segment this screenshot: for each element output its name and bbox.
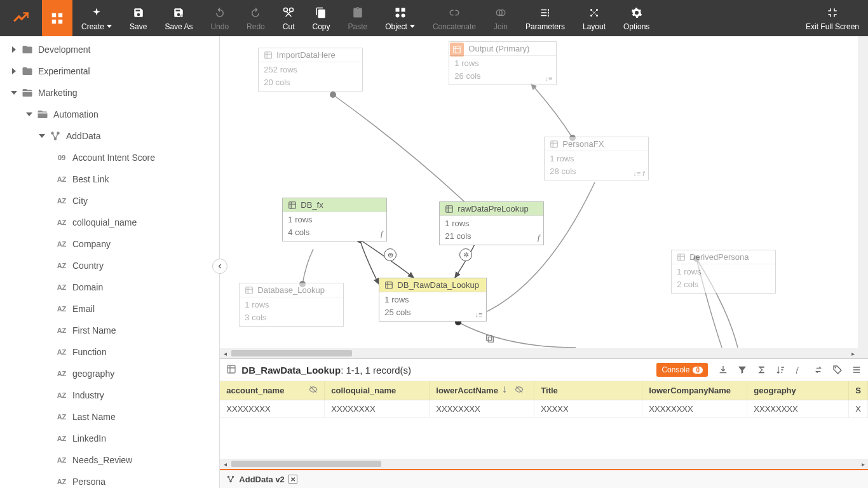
canvas-scrollbar-horizontal[interactable]: ◂ ▸	[220, 348, 858, 358]
tree-folder-marketing[interactable]: Marketing	[0, 82, 219, 104]
layout-button[interactable]: Layout	[574, 0, 614, 36]
tree-field-item[interactable]: AZCompany	[0, 233, 219, 255]
tree-label: Automation	[53, 109, 98, 119]
node-rows: 252 rows	[264, 64, 357, 76]
save-as-button[interactable]: Save As	[156, 0, 201, 36]
tree-item-adddata[interactable]: AddData	[0, 125, 219, 147]
node-title: DB_RawData_Lookup	[397, 280, 479, 290]
cell: XXXXX	[534, 400, 642, 417]
field-type-badge: AZ	[55, 283, 69, 291]
tree-field-item[interactable]: AZDomain	[0, 276, 219, 298]
copy-button[interactable]: Copy	[303, 0, 339, 36]
grid-row[interactable]: XXXXXXXX XXXXXXXX XXXXXXXX XXXXX XXXXXXX…	[220, 400, 868, 418]
tree-field-item[interactable]: AZCity	[0, 190, 219, 212]
console-button[interactable]: Console0	[656, 363, 708, 377]
close-tab-button[interactable]: ✕	[288, 475, 297, 484]
scrollbar-thumb[interactable]	[231, 461, 381, 467]
sort-icon[interactable]	[502, 385, 511, 396]
tree-field-item[interactable]: AZPersona	[0, 471, 219, 488]
scroll-left-icon[interactable]: ◂	[220, 459, 230, 469]
sort-icon[interactable]	[775, 365, 785, 375]
tree-folder-development[interactable]: Development	[0, 39, 219, 60]
tree-field-item[interactable]: AZBest Link	[0, 168, 219, 190]
node-cols: 21 cols	[445, 230, 538, 243]
node-output[interactable]: Output (Primary) 1 rows26 cols↓≡	[449, 41, 557, 85]
eye-off-icon[interactable]	[309, 385, 318, 396]
tree-field-item[interactable]: AZLinkedIn	[0, 428, 219, 449]
exit-fullscreen-button[interactable]: Exit Full Screen	[797, 0, 868, 36]
tree-field-item[interactable]: AZIndustry	[0, 384, 219, 406]
column-header[interactable]: Title	[541, 386, 558, 395]
workspace-icon[interactable]	[42, 0, 72, 36]
tree-field-item[interactable]: AZCountry	[0, 255, 219, 276]
undo-button[interactable]: Undo	[201, 0, 238, 36]
sigma-icon[interactable]	[756, 365, 766, 375]
node-dbrawdatalookup[interactable]: DB_RawData_Lookup 1 rows25 cols↓≡	[379, 278, 487, 322]
console-count: 0	[693, 367, 703, 374]
copy-node-icon[interactable]	[485, 334, 495, 346]
redo-button[interactable]: Redo	[238, 0, 274, 36]
object-button[interactable]: Object	[376, 0, 424, 36]
canvas[interactable]: ⊜ ✲ ImportDataHere 252 rows20 cols Outpu…	[220, 36, 868, 358]
edge-operator-icon[interactable]: ✲	[459, 248, 472, 261]
node-dbfx[interactable]: DB_fx 1 rows4 colsf	[282, 198, 387, 241]
tree-field-item[interactable]: AZFirst Name	[0, 320, 219, 341]
node-importdatahere[interactable]: ImportDataHere 252 rows20 cols	[258, 48, 363, 92]
save-button[interactable]: Save	[121, 0, 156, 36]
column-header[interactable]: geography	[754, 386, 796, 395]
cut-button[interactable]: Cut	[274, 0, 304, 36]
swap-icon[interactable]	[813, 365, 824, 375]
node-databaselookup[interactable]: Database_Lookup 1 rows3 cols	[239, 283, 344, 327]
scroll-right-icon[interactable]: ▸	[858, 459, 868, 469]
save-icon	[133, 6, 144, 20]
data-grid[interactable]: account_name colloquial_name lowerAcctNa…	[220, 381, 868, 459]
column-header[interactable]: colloquial_name	[331, 386, 396, 395]
field-type-badge: AZ	[55, 240, 69, 248]
object-icon	[395, 6, 406, 20]
filter-icon[interactable]	[737, 365, 747, 375]
tab-adddata[interactable]: AddData v2 ✕	[220, 470, 304, 488]
fx-icon: f	[381, 228, 383, 240]
node-derivedpersona[interactable]: DerivedPersona 1 rows2 cols	[671, 250, 776, 294]
paste-button[interactable]: Paste	[339, 0, 377, 36]
tree-field-item[interactable]: AZFunction	[0, 341, 219, 363]
tag-icon[interactable]	[832, 365, 843, 375]
edge-operator-icon[interactable]: ⊜	[384, 248, 397, 261]
scroll-left-icon[interactable]: ◂	[220, 348, 230, 358]
parameters-button[interactable]: Parameters	[517, 0, 574, 36]
field-label: City	[72, 196, 88, 206]
svg-rect-30	[246, 287, 253, 294]
column-header[interactable]: account_name	[226, 386, 284, 395]
join-button[interactable]: Join	[485, 0, 517, 36]
node-personafx[interactable]: PersonaFX 1 rows28 cols↓≡ f	[544, 137, 649, 180]
tree-field-item[interactable]: AZLast Name	[0, 406, 219, 428]
download-icon[interactable]	[718, 365, 728, 375]
sort-icon: ↓≡ f	[633, 168, 644, 179]
app-logo[interactable]	[0, 0, 42, 36]
field-label: Best Link	[72, 174, 109, 184]
tree-field-item[interactable]: AZgeography	[0, 363, 219, 384]
column-header[interactable]: lowerCompanyName	[649, 386, 731, 395]
scrollbar-thumb[interactable]	[231, 350, 352, 356]
grid-scrollbar[interactable]: ◂ ▸	[220, 459, 868, 469]
fx-icon[interactable]: f	[794, 365, 804, 375]
field-label: LinkedIn	[72, 433, 106, 444]
layout-icon	[588, 6, 600, 20]
tree-field-item[interactable]: AZNeeds_Review	[0, 449, 219, 471]
column-header[interactable]: S	[855, 386, 861, 395]
options-button[interactable]: Options	[614, 0, 658, 36]
concatenate-button[interactable]: Concatenate	[424, 0, 485, 36]
canvas-scrollbar-vertical[interactable]	[858, 36, 868, 358]
tree-folder-automation[interactable]: Automation	[0, 104, 219, 125]
tree-folder-experimental[interactable]: Experimental	[0, 60, 219, 82]
node-rawdataprelookup[interactable]: rawDataPreLookup 1 rows21 colsf	[439, 201, 544, 245]
tree-field-item[interactable]: AZcolloquial_name	[0, 212, 219, 233]
tree-field-item[interactable]: AZEmail	[0, 298, 219, 320]
column-header[interactable]: lowerAcctName	[436, 386, 498, 395]
create-button[interactable]: Create	[72, 0, 121, 36]
scroll-right-icon[interactable]: ▸	[848, 348, 858, 358]
eye-off-icon[interactable]	[515, 385, 524, 396]
tree-field-item[interactable]: 09Account Intent Score	[0, 147, 219, 168]
list-icon[interactable]	[851, 365, 862, 375]
sidebar-tree[interactable]: Development Experimental Marketing Autom…	[0, 36, 220, 488]
